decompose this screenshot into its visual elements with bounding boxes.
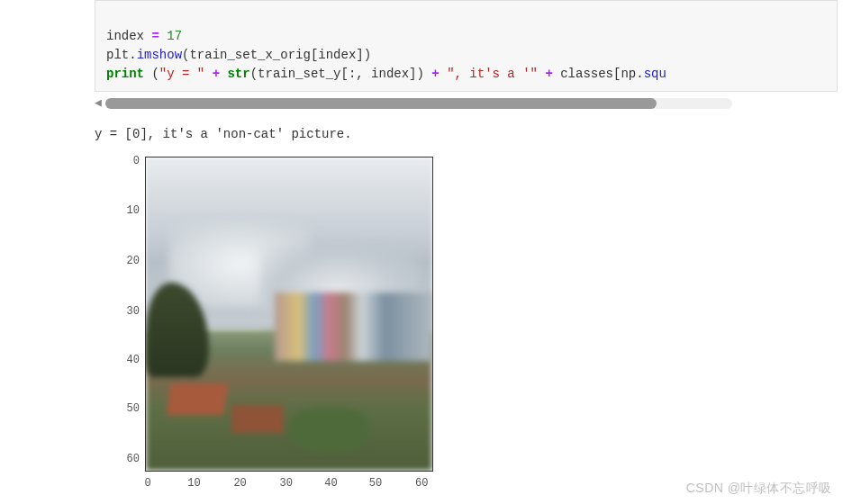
image-region-roof: [167, 383, 228, 415]
x-tick-label: 40: [317, 475, 344, 491]
code-token: ): [417, 67, 424, 81]
code-token: +: [538, 67, 560, 81]
code-token: classes[np: [560, 67, 636, 81]
code-token: index: [106, 29, 144, 43]
matplotlib-figure: 0 10 20 30 40 50 60 0 10 20 30 40 50 60: [95, 151, 455, 504]
code-token: +: [204, 67, 227, 81]
code-token: ): [364, 48, 371, 62]
y-axis-ticks: 0 10 20 30 40 50 60: [113, 157, 140, 472]
code-token: train_set_x_orig[index]: [189, 48, 363, 62]
code-token: =: [144, 29, 167, 43]
code-token: str: [227, 67, 249, 81]
x-tick-label: 30: [273, 475, 300, 491]
x-tick-label: 20: [227, 475, 254, 491]
code-token: plt: [106, 48, 129, 62]
output-text: y = [0], it's a 'non-cat' picture.: [95, 125, 843, 144]
code-token: imshow: [137, 48, 182, 62]
watermark: CSDN @叶绿体不忘呼吸: [686, 481, 832, 497]
code-cell: index = 17 plt.imshow(train_set_x_orig[i…: [95, 0, 838, 92]
plot-image: [145, 157, 433, 472]
code-token: ", it's a '": [447, 67, 538, 81]
x-tick-label: 0: [134, 475, 161, 491]
code-token: (: [144, 67, 159, 81]
output-area: y = [0], it's a 'non-cat' picture. 0 10 …: [95, 125, 843, 504]
code-token: .: [636, 67, 643, 81]
code-token: squ: [644, 67, 666, 81]
y-tick-label: 40: [113, 352, 140, 368]
y-tick-label: 60: [113, 451, 140, 467]
image-region-roof: [231, 405, 283, 433]
code-token: .: [129, 48, 136, 62]
code-token: 17: [167, 29, 182, 43]
x-axis-ticks: 0 10 20 30 40 50 60: [145, 475, 433, 493]
scrollbar-track[interactable]: [105, 98, 732, 109]
code-token: +: [424, 67, 447, 81]
y-tick-label: 30: [113, 303, 140, 320]
x-tick-label: 10: [180, 475, 207, 491]
code-token: print: [106, 67, 144, 81]
x-tick-label: 50: [362, 475, 389, 491]
y-tick-label: 20: [113, 253, 140, 269]
image-region-buildings: [275, 292, 432, 362]
x-tick-label: 60: [408, 475, 435, 491]
scroll-left-icon[interactable]: ◀: [95, 97, 102, 109]
code-token: (: [250, 67, 258, 81]
y-tick-label: 10: [113, 202, 140, 219]
y-tick-label: 0: [113, 153, 140, 169]
code-token: "y = ": [159, 67, 204, 81]
y-tick-label: 50: [113, 400, 140, 417]
scrollbar-thumb[interactable]: [105, 98, 657, 109]
horizontal-scrollbar[interactable]: ◀: [0, 95, 743, 116]
code-token: train_set_y[:, index]: [258, 67, 416, 81]
image-region-green: [289, 408, 369, 452]
